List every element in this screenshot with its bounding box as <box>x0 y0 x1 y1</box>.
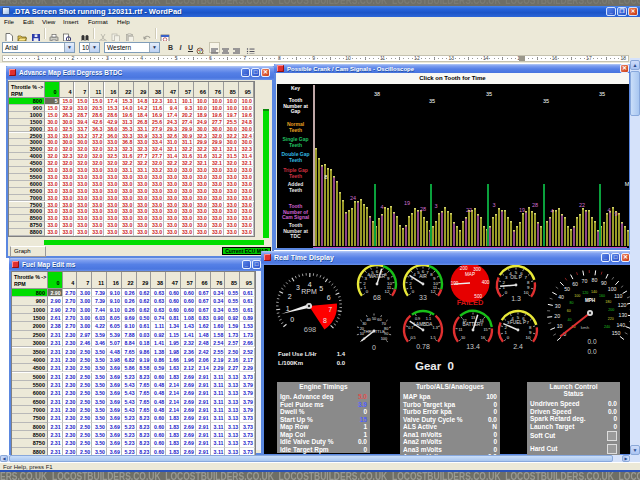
svg-text:15: 15 <box>483 328 487 332</box>
svg-text:16: 16 <box>481 336 485 340</box>
svg-text:1: 1 <box>286 305 290 312</box>
svg-text:Fuel Use L/Hr: Fuel Use L/Hr <box>278 351 317 357</box>
svg-text:160: 160 <box>599 294 605 298</box>
svg-text:1.5: 1.5 <box>430 336 435 340</box>
svg-text:7: 7 <box>328 306 332 313</box>
svg-text:100: 100 <box>381 337 387 341</box>
svg-text:60: 60 <box>567 309 571 313</box>
svg-text:140: 140 <box>591 290 597 294</box>
svg-text:8: 8 <box>324 174 327 180</box>
svg-text:200: 200 <box>608 308 614 312</box>
svg-text:100: 100 <box>608 286 617 292</box>
svg-text:35: 35 <box>486 91 492 97</box>
svg-text:4: 4 <box>308 281 312 288</box>
svg-text:33: 33 <box>419 294 427 301</box>
svg-text:1.1: 1.1 <box>426 317 431 321</box>
svg-text:35: 35 <box>543 98 549 104</box>
svg-text:698: 698 <box>304 325 317 334</box>
svg-text:220: 220 <box>608 317 614 321</box>
svg-text:5: 5 <box>319 285 323 292</box>
svg-text:19: 19 <box>404 200 410 206</box>
svg-text:10: 10 <box>557 323 563 329</box>
svg-text:240: 240 <box>604 325 610 329</box>
svg-text:60: 60 <box>572 281 578 287</box>
svg-text:22: 22 <box>466 207 472 213</box>
svg-text:10: 10 <box>523 290 528 295</box>
svg-text:Gear 0: Gear 0 <box>415 360 454 372</box>
svg-text:THROTTLE: THROTTLE <box>363 329 385 334</box>
svg-text:70: 70 <box>382 322 386 326</box>
svg-text:11: 11 <box>459 328 463 332</box>
svg-text:0.78: 0.78 <box>416 343 430 350</box>
svg-text:M: M <box>625 181 629 187</box>
svg-text:24: 24 <box>350 195 356 201</box>
svg-text:10: 10 <box>525 335 530 340</box>
svg-text:kmh: kmh <box>581 325 590 330</box>
svg-text:120: 120 <box>618 302 627 308</box>
svg-text:40: 40 <box>567 318 571 322</box>
svg-text:40: 40 <box>366 318 370 322</box>
svg-text:120: 120 <box>582 291 588 295</box>
svg-text:300: 300 <box>473 267 481 272</box>
svg-text:0.9: 0.9 <box>415 317 420 321</box>
svg-text:28: 28 <box>420 206 426 212</box>
svg-text:180: 180 <box>605 300 611 304</box>
svg-text:38: 38 <box>374 91 380 97</box>
svg-text:22: 22 <box>579 202 585 208</box>
svg-text:3: 3 <box>492 202 495 208</box>
svg-text:50: 50 <box>372 317 376 321</box>
svg-text:50: 50 <box>564 286 570 292</box>
svg-text:FAILED: FAILED <box>457 298 484 307</box>
svg-text:100: 100 <box>574 294 580 298</box>
svg-text:400: 400 <box>482 280 490 285</box>
svg-text:20: 20 <box>554 313 560 319</box>
svg-text:35: 35 <box>429 98 435 104</box>
svg-text:OIL P: OIL P <box>510 275 522 280</box>
svg-text:28: 28 <box>532 202 538 208</box>
svg-text:0.0: 0.0 <box>337 360 346 366</box>
svg-text:3: 3 <box>296 284 300 291</box>
svg-text:FUEL P: FUEL P <box>510 320 526 325</box>
svg-text:80: 80 <box>569 301 573 305</box>
svg-text:13: 13 <box>471 316 475 320</box>
svg-text:140: 140 <box>616 322 625 328</box>
svg-text:13.4: 13.4 <box>466 343 480 350</box>
svg-text:1.4: 1.4 <box>337 351 346 357</box>
svg-text:0.0: 0.0 <box>587 338 596 345</box>
svg-text:150: 150 <box>612 330 621 336</box>
svg-text:90: 90 <box>601 280 607 286</box>
svg-text:68: 68 <box>373 294 381 301</box>
svg-text:0: 0 <box>372 344 376 351</box>
svg-text:4: 4 <box>380 204 383 210</box>
svg-text:MAP: MAP <box>465 272 475 277</box>
svg-text:12: 12 <box>430 289 435 294</box>
svg-text:70: 70 <box>582 278 588 284</box>
svg-text:4: 4 <box>607 207 610 213</box>
svg-text:30: 30 <box>362 322 366 326</box>
svg-text:1.3: 1.3 <box>433 326 438 330</box>
svg-text:4: 4 <box>550 208 553 214</box>
svg-text:LAMBDA: LAMBDA <box>414 322 434 327</box>
svg-text:0.0: 0.0 <box>587 348 596 355</box>
svg-text:L/100Km: L/100Km <box>278 360 303 366</box>
svg-text:BATTERY: BATTERY <box>463 322 484 327</box>
svg-text:MPH: MPH <box>585 298 596 303</box>
svg-text:12: 12 <box>384 289 389 294</box>
svg-text:WATER: WATER <box>369 274 386 279</box>
svg-text:RPM: RPM <box>301 288 317 295</box>
svg-text:2.4: 2.4 <box>513 343 523 350</box>
svg-text:30: 30 <box>555 303 561 309</box>
svg-text:40: 40 <box>558 294 564 300</box>
svg-text:10: 10 <box>461 336 465 340</box>
svg-text:19: 19 <box>519 207 525 213</box>
svg-text:1.3: 1.3 <box>511 295 521 302</box>
svg-text:9: 9 <box>614 211 617 217</box>
svg-text:130: 130 <box>619 312 628 318</box>
svg-text:8: 8 <box>323 317 327 324</box>
svg-text:200: 200 <box>460 266 468 271</box>
svg-text:110: 110 <box>614 293 622 299</box>
svg-text:AIR: AIR <box>419 274 427 279</box>
svg-text:2: 2 <box>288 293 292 300</box>
svg-text:0.5: 0.5 <box>410 336 415 340</box>
svg-text:6: 6 <box>327 294 331 301</box>
